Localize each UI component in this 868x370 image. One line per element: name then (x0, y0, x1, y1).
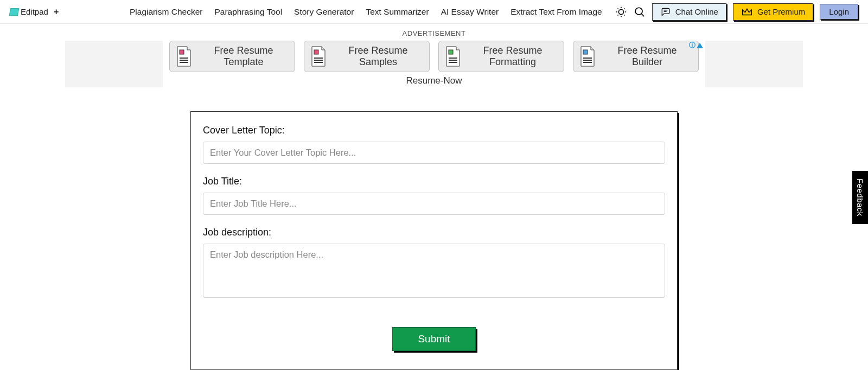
ad-card-label: Free Resume Samples (333, 45, 424, 67)
svg-line-7 (617, 15, 618, 15)
theme-toggle-icon[interactable] (615, 6, 627, 18)
job-description-textarea[interactable] (203, 244, 665, 298)
plus-icon[interactable]: + (54, 7, 59, 17)
cover-letter-topic-input[interactable] (203, 142, 665, 164)
svg-point-0 (618, 9, 623, 14)
advertisement-section: ADVERTISEMENT ⓘ Free Resume Template Fre… (0, 24, 868, 88)
document-icon (175, 46, 193, 67)
nav-extract-text-from-image[interactable]: Extract Text From Image (510, 7, 602, 17)
svg-line-5 (617, 8, 618, 9)
svg-rect-21 (449, 50, 453, 54)
advertisement-label: ADVERTISEMENT (0, 29, 868, 37)
svg-line-6 (624, 15, 624, 15)
feedback-tab[interactable]: Feedback (852, 171, 868, 224)
svg-rect-14 (180, 58, 188, 59)
ad-card-label: Free Resume Builder (602, 45, 693, 67)
svg-rect-22 (449, 58, 457, 59)
job-description-label: Job description: (203, 227, 665, 238)
svg-rect-19 (314, 60, 323, 61)
nav-ai-essay-writer[interactable]: AI Essay Writer (441, 7, 499, 17)
crown-icon (741, 7, 753, 17)
svg-rect-16 (180, 62, 188, 63)
document-icon (310, 46, 327, 67)
cover-letter-form: Cover Letter Topic: Job Title: Job descr… (190, 111, 678, 370)
svg-rect-18 (314, 58, 323, 59)
job-title-input[interactable] (203, 193, 665, 215)
svg-rect-25 (583, 50, 588, 54)
cover-letter-topic-label: Cover Letter Topic: (203, 125, 665, 136)
chat-online-button[interactable]: Chat Online (652, 3, 726, 21)
ad-card-label: Free Resume Template (198, 45, 289, 67)
nav-story-generator[interactable]: Story Generator (294, 7, 354, 17)
get-premium-button[interactable]: Get Premium (733, 3, 813, 21)
document-icon (444, 46, 462, 67)
login-button[interactable]: Login (820, 4, 858, 20)
ad-brand[interactable]: Resume-Now (163, 75, 705, 86)
svg-line-8 (624, 8, 624, 9)
logo[interactable]: Editpad + (10, 7, 59, 17)
ad-side-left (65, 41, 163, 87)
nav-plagiarism-checker[interactable]: Plagiarism Checker (130, 7, 202, 17)
svg-rect-17 (314, 50, 318, 54)
header: Editpad + Plagiarism Checker Paraphrasin… (0, 0, 868, 24)
ad-side-right (705, 41, 803, 87)
ad-card-label: Free Resume Formatting (467, 45, 558, 67)
svg-line-10 (641, 14, 644, 16)
ad-card-resume-builder[interactable]: Free Resume Builder (573, 41, 699, 72)
chat-icon (660, 7, 671, 17)
nav-paraphrasing-tool[interactable]: Paraphrasing Tool (214, 7, 282, 17)
svg-rect-27 (583, 60, 592, 61)
svg-rect-20 (314, 62, 323, 63)
adchoices-icon[interactable]: ⓘ (689, 41, 703, 50)
header-actions: Chat Online Get Premium Login (615, 3, 858, 21)
document-icon (579, 46, 596, 67)
svg-rect-24 (449, 62, 457, 63)
search-icon[interactable] (634, 6, 646, 18)
submit-button[interactable]: Submit (392, 327, 475, 351)
chat-online-label: Chat Online (675, 7, 718, 16)
nav-text-summarizer[interactable]: Text Summarizer (366, 7, 429, 17)
ad-card-resume-formatting[interactable]: Free Resume Formatting (438, 41, 564, 72)
logo-icon (9, 8, 19, 16)
nav: Plagiarism Checker Paraphrasing Tool Sto… (130, 7, 602, 17)
login-label: Login (829, 7, 849, 16)
ad-card-resume-samples[interactable]: Free Resume Samples (304, 41, 430, 72)
svg-point-9 (635, 8, 642, 15)
svg-rect-23 (449, 60, 457, 61)
job-title-label: Job Title: (203, 176, 665, 187)
svg-rect-13 (180, 50, 184, 54)
ad-card-resume-template[interactable]: Free Resume Template (169, 41, 295, 72)
brand-name: Editpad (21, 7, 48, 16)
get-premium-label: Get Premium (757, 7, 805, 16)
svg-rect-15 (180, 60, 188, 61)
svg-rect-28 (583, 62, 592, 63)
svg-rect-26 (583, 58, 592, 59)
